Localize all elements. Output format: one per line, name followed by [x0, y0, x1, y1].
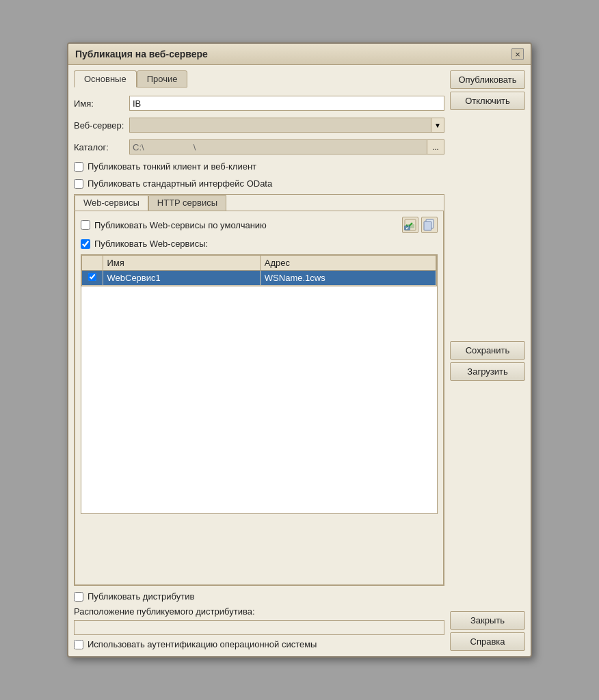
webserver-dropdown-btn[interactable]: ▼ — [431, 118, 444, 133]
webserver-input-wrapper: ▼ — [129, 118, 444, 133]
distribute-checkbox[interactable] — [74, 592, 83, 602]
check-green-icon: ✔ — [404, 219, 416, 231]
tab-other[interactable]: Прочие — [137, 70, 188, 88]
publish-ws-checkbox[interactable] — [81, 239, 90, 249]
publish-ws-label[interactable]: Публиковать Web-сервисы: — [94, 239, 208, 249]
dialog: Публикация на веб-сервере × Основные Про… — [67, 42, 532, 658]
row-checkbox[interactable] — [88, 273, 96, 281]
publish-default-checkbox[interactable] — [81, 220, 90, 230]
sidebar-buttons: Опубликовать Отключить Сохранить Загрузи… — [450, 70, 525, 651]
catalog-label: Каталог: — [74, 142, 125, 152]
name-label: Имя: — [74, 98, 125, 109]
distribute-label[interactable]: Публиковать дистрибутив — [88, 591, 194, 602]
inner-icons: ✔ — [402, 217, 438, 233]
odata-checkbox[interactable] — [74, 179, 83, 189]
close-button[interactable]: Закрыть — [450, 611, 525, 630]
thin-client-row: Публиковать тонкий клиент и веб-клиент — [74, 160, 444, 173]
help-button[interactable]: Справка — [450, 632, 525, 651]
webserver-label: Веб-сервер: — [74, 120, 125, 131]
thin-client-label[interactable]: Публиковать тонкий клиент и веб-клиент — [88, 161, 256, 172]
services-table: Имя Адрес WebСервис1 — [81, 255, 437, 286]
inner-tab-content: Публиковать Web-сервисы по умолчанию ✔ — [75, 211, 444, 585]
titlebar: Публикация на веб-сервере × — [68, 44, 531, 65]
os-auth-row: Использовать аутентификацию операционной… — [74, 638, 444, 651]
svg-text:✔: ✔ — [405, 226, 410, 230]
services-table-wrapper: Имя Адрес WebСервис1 — [81, 254, 438, 514]
copy-icon — [423, 219, 436, 231]
name-row: Имя: — [74, 94, 444, 112]
col-address-header: Адрес — [260, 256, 436, 271]
tab-basic[interactable]: Основные — [74, 70, 137, 88]
browse-button[interactable]: ... — [427, 139, 444, 154]
load-button[interactable]: Загрузить — [450, 362, 525, 381]
publish-ws-row: Публиковать Web-сервисы: — [81, 237, 438, 250]
save-button[interactable]: Сохранить — [450, 341, 525, 360]
main-content: Основные Прочие Имя: Веб-сервер: ▼ Катал… — [74, 70, 444, 651]
table-row[interactable]: WebСервис1 WSName.1cws — [82, 271, 436, 286]
top-tabs: Основные Прочие — [74, 70, 444, 88]
os-auth-checkbox[interactable] — [74, 640, 83, 649]
tab-web-services[interactable]: Web-сервисы — [75, 195, 148, 211]
webserver-row: Веб-сервер: ▼ — [74, 116, 444, 134]
col-checkbox-header — [82, 256, 103, 271]
distribute-row: Публиковать дистрибутив — [74, 590, 444, 603]
distribute-location-input[interactable] — [74, 620, 444, 635]
catalog-row: Каталог: ... — [74, 138, 444, 156]
bottom-section: Публиковать дистрибутив Расположение пуб… — [74, 590, 444, 651]
row-address-cell: WSName.1cws — [260, 271, 436, 286]
row-checkbox-cell — [82, 271, 103, 286]
close-button[interactable]: × — [511, 48, 524, 60]
dialog-title: Публикация на веб-сервере — [75, 49, 208, 59]
odata-row: Публиковать стандартный интерфейс OData — [74, 177, 444, 190]
publish-default-checkbox-row: Публиковать Web-сервисы по умолчанию — [81, 219, 267, 232]
copy-icon-button[interactable] — [421, 217, 438, 233]
publish-default-label[interactable]: Публиковать Web-сервисы по умолчанию — [94, 220, 267, 230]
svg-rect-5 — [424, 221, 431, 230]
check-icon-button[interactable]: ✔ — [402, 217, 418, 233]
distribute-location-label: Расположение публикуемого дистрибутива: — [74, 606, 444, 617]
odata-label[interactable]: Публиковать стандартный интерфейс OData — [88, 178, 272, 189]
row-name-cell: WebСервис1 — [103, 271, 260, 286]
inner-tabs-container: Web-сервисы HTTP сервисы Публиковать Web… — [74, 194, 444, 586]
catalog-input[interactable] — [129, 139, 427, 154]
thin-client-checkbox[interactable] — [74, 162, 83, 172]
disconnect-button[interactable]: Отключить — [450, 92, 525, 110]
webserver-input[interactable] — [129, 118, 431, 133]
publish-button[interactable]: Опубликовать — [450, 70, 525, 89]
tab-http-services[interactable]: HTTP сервисы — [148, 195, 226, 211]
col-name-header: Имя — [103, 256, 260, 271]
catalog-input-wrapper: ... — [129, 139, 444, 154]
inner-tabs-header: Web-сервисы HTTP сервисы — [75, 195, 444, 211]
os-auth-label[interactable]: Использовать аутентификацию операционной… — [88, 639, 317, 649]
name-input[interactable] — [129, 96, 444, 111]
dialog-body: Основные Прочие Имя: Веб-сервер: ▼ Катал… — [68, 65, 531, 656]
publish-default-row: Публиковать Web-сервисы по умолчанию ✔ — [81, 217, 438, 233]
